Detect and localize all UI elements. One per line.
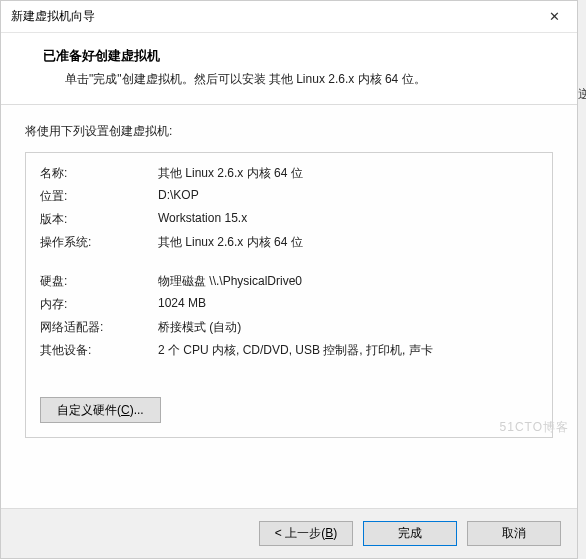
value-memory: 1024 MB xyxy=(158,296,538,313)
settings-groupbox: 名称: 其他 Linux 2.6.x 内核 64 位 位置: D:\KOP 版本… xyxy=(25,152,553,438)
customize-hotkey: C xyxy=(121,403,130,417)
setting-row-memory: 内存: 1024 MB xyxy=(40,296,538,313)
label-other: 其他设备: xyxy=(40,342,158,359)
finish-button[interactable]: 完成 xyxy=(363,521,457,546)
label-disk: 硬盘: xyxy=(40,273,158,290)
back-hotkey: B xyxy=(325,526,333,540)
window-title: 新建虚拟机向导 xyxy=(11,8,95,25)
wizard-body: 将使用下列设置创建虚拟机: 名称: 其他 Linux 2.6.x 内核 64 位… xyxy=(1,105,577,508)
value-location: D:\KOP xyxy=(158,188,538,205)
customize-prefix: 自定义硬件( xyxy=(57,403,121,417)
titlebar: 新建虚拟机向导 ✕ xyxy=(1,1,577,33)
wizard-footer: < 上一步(B) 完成 取消 xyxy=(1,508,577,558)
setting-row-other: 其他设备: 2 个 CPU 内核, CD/DVD, USB 控制器, 打印机, … xyxy=(40,342,538,359)
header-description: 单击"完成"创建虚拟机。然后可以安装 其他 Linux 2.6.x 内核 64 … xyxy=(65,71,553,88)
close-button[interactable]: ✕ xyxy=(531,1,577,33)
value-version: Workstation 15.x xyxy=(158,211,538,228)
label-os: 操作系统: xyxy=(40,234,158,251)
value-network: 桥接模式 (自动) xyxy=(158,319,538,336)
value-other: 2 个 CPU 内核, CD/DVD, USB 控制器, 打印机, 声卡 xyxy=(158,342,538,359)
label-network: 网络适配器: xyxy=(40,319,158,336)
value-disk: 物理磁盘 \\.\PhysicalDrive0 xyxy=(158,273,538,290)
setting-row-location: 位置: D:\KOP xyxy=(40,188,538,205)
label-location: 位置: xyxy=(40,188,158,205)
value-name: 其他 Linux 2.6.x 内核 64 位 xyxy=(158,165,538,182)
header-title: 已准备好创建虚拟机 xyxy=(43,47,553,65)
label-memory: 内存: xyxy=(40,296,158,313)
wizard-header: 已准备好创建虚拟机 单击"完成"创建虚拟机。然后可以安装 其他 Linux 2.… xyxy=(1,33,577,105)
value-os: 其他 Linux 2.6.x 内核 64 位 xyxy=(158,234,538,251)
setting-row-spacer xyxy=(40,257,538,267)
cancel-button[interactable]: 取消 xyxy=(467,521,561,546)
setting-row-os: 操作系统: 其他 Linux 2.6.x 内核 64 位 xyxy=(40,234,538,251)
close-icon: ✕ xyxy=(549,9,560,24)
setting-row-network: 网络适配器: 桥接模式 (自动) xyxy=(40,319,538,336)
customize-hardware-button[interactable]: 自定义硬件(C)... xyxy=(40,397,161,423)
setting-row-disk: 硬盘: 物理磁盘 \\.\PhysicalDrive0 xyxy=(40,273,538,290)
back-suffix: ) xyxy=(333,526,337,540)
setting-row-name: 名称: 其他 Linux 2.6.x 内核 64 位 xyxy=(40,165,538,182)
watermark-text: 51CTO博客 xyxy=(500,419,569,436)
settings-intro: 将使用下列设置创建虚拟机: xyxy=(25,123,553,140)
back-button[interactable]: < 上一步(B) xyxy=(259,521,353,546)
label-version: 版本: xyxy=(40,211,158,228)
wizard-dialog: 新建虚拟机向导 ✕ 已准备好创建虚拟机 单击"完成"创建虚拟机。然后可以安装 其… xyxy=(0,0,578,559)
label-name: 名称: xyxy=(40,165,158,182)
customize-suffix: )... xyxy=(130,403,144,417)
side-fragment-text: 逆 xyxy=(578,86,586,103)
back-prefix: < 上一步( xyxy=(275,526,325,540)
setting-row-version: 版本: Workstation 15.x xyxy=(40,211,538,228)
